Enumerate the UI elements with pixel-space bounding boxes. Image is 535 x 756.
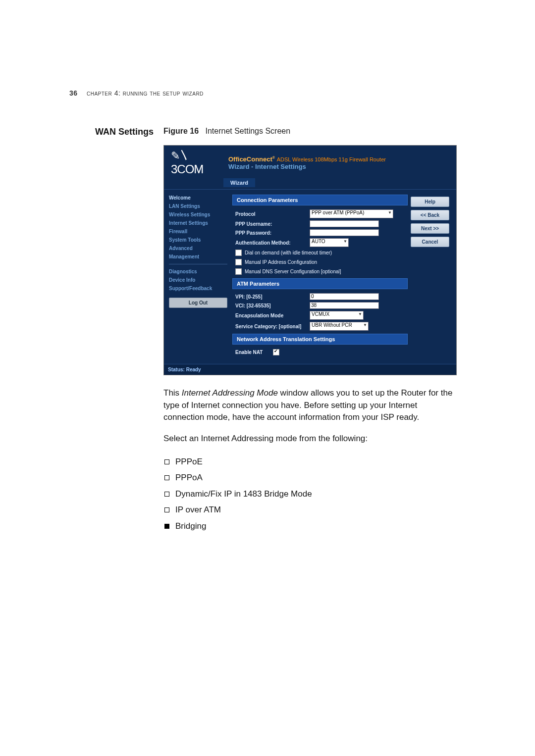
nav-device-info[interactable]: Device Info — [169, 276, 227, 284]
list-item: PPPoA — [163, 470, 456, 486]
nav-internet-settings[interactable]: Internet Settings — [169, 219, 227, 227]
status-bar: Status: Ready — [164, 364, 456, 375]
select-service-category[interactable]: UBR Without PCR — [310, 322, 369, 331]
brand-logo: ✎〵 3COM — [164, 150, 225, 176]
figure-title: Internet Settings Screen — [205, 127, 290, 135]
embedded-screenshot: ✎〵 3COM OfficeConnect® ADSL Wireless 108… — [163, 145, 457, 375]
label-dial-on-demand: Dial on demand (with idle timeout timer) — [245, 250, 332, 255]
product-rest: ADSL Wireless 108Mbps 11g Firewall Route… — [277, 156, 386, 162]
figure-caption: Figure 16 Internet Settings Screen — [163, 127, 290, 136]
label-vci: VCI: [32-65535] — [235, 303, 310, 308]
section-heading: WAN Settings — [69, 127, 163, 137]
select-protocol[interactable]: PPP over ATM (PPPoA) — [310, 209, 393, 218]
label-encap-mode: Encapsulation Mode — [235, 313, 310, 318]
mode-list: PPPoE PPPoA Dynamic/Fix IP in 1483 Bridg… — [163, 454, 456, 535]
checkbox-enable-nat[interactable] — [273, 349, 279, 355]
running-header: 36 Chapter 4: Running the Setup Wizard — [69, 89, 466, 97]
list-item: IP over ATM — [163, 502, 456, 518]
nav-welcome[interactable]: Welcome — [169, 194, 227, 202]
list-item: PPPoE — [163, 454, 456, 470]
nav-diagnostics[interactable]: Diagnostics — [169, 267, 227, 276]
tab-wizard[interactable]: Wizard — [223, 178, 255, 187]
wizard-subtitle: Wizard - Internet Settings — [228, 163, 456, 170]
figure-label: Figure 16 — [163, 127, 199, 135]
next-button[interactable]: Next >> — [411, 223, 449, 234]
help-button[interactable]: Help — [411, 197, 449, 207]
label-auth-method: Authentication Method: — [235, 240, 310, 246]
list-item: Bridging — [163, 518, 456, 535]
page-number: 36 — [69, 89, 78, 97]
checkbox-manual-ip[interactable] — [235, 259, 242, 265]
product-bold: OfficeConnect — [228, 155, 272, 163]
nav-firewall[interactable]: Firewall — [169, 227, 227, 236]
logout-button[interactable]: Log Out — [169, 298, 227, 308]
body-paragraph-2: Select an Internet Addressing mode from … — [163, 433, 456, 445]
back-button[interactable]: << Back — [411, 210, 449, 220]
body-paragraph-1: This Internet Addressing Mode window all… — [163, 387, 456, 424]
cancel-button[interactable]: Cancel — [411, 237, 449, 247]
nav-lan-settings[interactable]: LAN Settings — [169, 202, 227, 210]
brand-text: 3COM — [171, 162, 225, 176]
label-ppp-password: PPP Password: — [235, 230, 310, 236]
label-ppp-username: PPP Username: — [235, 221, 310, 227]
nav-system-tools[interactable]: System Tools — [169, 236, 227, 244]
label-service-category: Service Category: [optional] — [235, 324, 310, 329]
nav-wireless-settings[interactable]: Wireless Settings — [169, 210, 227, 219]
section-nat-settings: Network Address Translation Settings — [232, 334, 408, 345]
logo-glyph-icon: ✎〵 — [171, 150, 225, 162]
chapter-title: Chapter 4: Running the Setup Wizard — [87, 89, 204, 97]
input-ppp-password[interactable] — [310, 229, 379, 236]
select-encap-mode[interactable]: VCMUX — [310, 311, 364, 320]
checkbox-manual-dns[interactable] — [235, 268, 242, 275]
list-item: Dynamic/Fix IP in 1483 Bridge Mode — [163, 486, 456, 503]
label-manual-dns: Manual DNS Server Configuration [optiona… — [245, 269, 341, 274]
input-vpi[interactable]: 0 — [310, 293, 379, 300]
product-line: OfficeConnect® ADSL Wireless 108Mbps 11g… — [228, 155, 456, 163]
section-atm-parameters: ATM Parameters — [232, 278, 408, 289]
label-vpi: VPI: [0-255] — [235, 294, 310, 300]
input-ppp-username[interactable] — [310, 220, 379, 227]
select-auth-method[interactable]: AUTO — [310, 238, 349, 247]
label-enable-nat: Enable NAT — [235, 350, 270, 355]
input-vci[interactable]: 38 — [310, 302, 379, 309]
nav-advanced[interactable]: Advanced — [169, 244, 227, 252]
checkbox-dial-on-demand[interactable] — [235, 250, 242, 256]
label-manual-ip: Manual IP Address Configuration — [245, 259, 317, 265]
section-connection-parameters: Connection Parameters — [232, 195, 408, 205]
label-protocol: Protocol — [235, 211, 310, 217]
nav-support-feedback[interactable]: Support/Feedback — [169, 284, 227, 293]
sidebar-nav: Welcome LAN Settings Wireless Settings I… — [164, 190, 230, 364]
nav-management[interactable]: Management — [169, 252, 227, 261]
